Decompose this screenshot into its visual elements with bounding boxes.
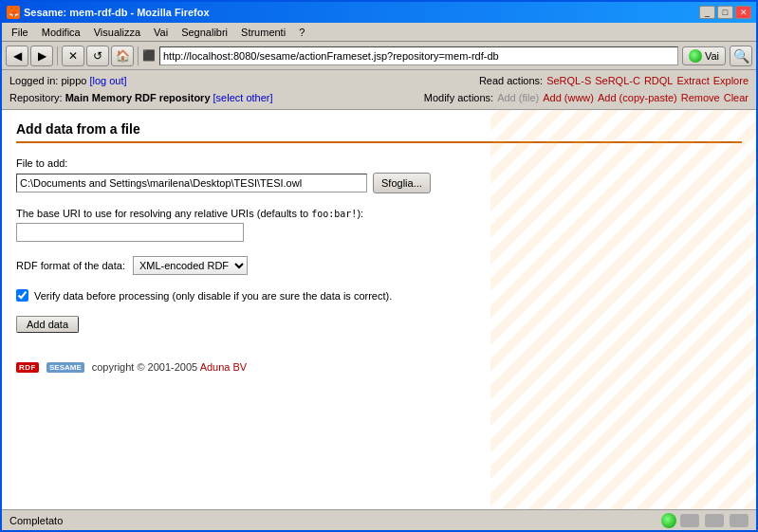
address-bar: ⬛ Vai 🔍: [142, 46, 752, 66]
extract-link[interactable]: Extract: [676, 73, 709, 90]
remove-link[interactable]: Remove: [681, 90, 720, 107]
stop-button[interactable]: ✕: [62, 46, 84, 66]
vai-button[interactable]: Vai: [682, 46, 726, 65]
browser-icon: 🦊: [7, 6, 20, 19]
menu-bar: File Modifica Visualizza Vai Segnalibri …: [2, 23, 756, 42]
uri-input[interactable]: [16, 223, 244, 242]
username: pippo: [61, 75, 89, 86]
status-icons: [661, 513, 749, 528]
rdql-link[interactable]: RDQL: [644, 73, 674, 90]
maximize-button[interactable]: □: [717, 6, 733, 19]
window-controls: _ □ ✕: [699, 6, 751, 19]
security-icon: [680, 514, 699, 527]
add-copypaste-link[interactable]: Add (copy-paste): [598, 90, 677, 107]
rdf-format-label: RDF format of the data:: [16, 260, 125, 271]
logged-in-label: Logged in:: [9, 75, 58, 86]
minimize-button[interactable]: _: [699, 6, 715, 19]
connection-icon: [661, 513, 676, 528]
back-button[interactable]: ◀: [6, 46, 28, 66]
uri-group: The base URI to use for resolving any re…: [16, 208, 742, 242]
browser-window: 🦊 Sesame: mem-rdf-db - Mozilla Firefox _…: [0, 0, 758, 532]
modify-actions-row: Modify actions: Add (file) Add (www) Add…: [424, 90, 749, 107]
rdf-format-group: RDF format of the data: XML-encoded RDF …: [16, 256, 742, 275]
uri-desc-1: The base URI to use for resolving any re…: [16, 208, 311, 219]
clear-link[interactable]: Clear: [724, 90, 749, 107]
browse-button[interactable]: Sfoglia...: [373, 173, 431, 193]
close-button[interactable]: ✕: [735, 6, 751, 19]
menu-file[interactable]: File: [6, 26, 34, 39]
serqls-link[interactable]: SeRQL-S: [546, 73, 591, 90]
menu-vai[interactable]: Vai: [148, 26, 174, 39]
title-bar: 🦊 Sesame: mem-rdf-db - Mozilla Firefox _…: [2, 2, 756, 23]
sesame-logo: SESAME: [46, 362, 84, 373]
go-icon-button[interactable]: 🔍: [730, 46, 752, 66]
read-actions-label: Read actions:: [479, 73, 543, 90]
menu-strumenti[interactable]: Strumenti: [235, 26, 291, 39]
forward-button[interactable]: ▶: [30, 46, 53, 66]
menu-modifica[interactable]: Modifica: [36, 26, 86, 39]
file-group: File to add: Sfoglia...: [16, 157, 742, 193]
info-left: Logged in: pippo [log out] Repository: M…: [9, 73, 273, 106]
logout-link[interactable]: [log out]: [89, 75, 126, 86]
file-label: File to add:: [16, 157, 742, 169]
menu-help[interactable]: ?: [293, 26, 310, 39]
toolbar-sep1: [57, 46, 58, 65]
home-button[interactable]: 🏠: [111, 46, 134, 66]
add-www-link[interactable]: Add (www): [543, 90, 594, 107]
verify-label: Verify data before processing (only disa…: [34, 290, 392, 302]
vai-icon: [689, 49, 702, 63]
verify-checkbox[interactable]: [16, 289, 28, 302]
add-file-link[interactable]: Add (file): [497, 90, 539, 107]
status-text: Completato: [9, 515, 63, 526]
repository-label: Repository:: [9, 92, 65, 103]
read-actions-row: Read actions: SeRQL-S SeRQL-C RDQL Extra…: [424, 73, 749, 90]
explore-link[interactable]: Explore: [713, 73, 749, 90]
main-content: Add data from a file File to add: Sfogli…: [2, 110, 756, 509]
window-title: Sesame: mem-rdf-db - Mozilla Firefox: [24, 7, 210, 18]
file-input[interactable]: [16, 174, 367, 193]
select-other-link[interactable]: [select other]: [213, 92, 273, 103]
page-title: Add data from a file: [16, 121, 742, 143]
menu-visualizza[interactable]: Visualizza: [88, 26, 146, 39]
address-label: ⬛: [142, 49, 156, 62]
footer: RDF SESAME copyright © 2001-2005 Aduna B…: [16, 361, 742, 373]
toolbar-sep2: [138, 46, 139, 65]
copyright-text: copyright © 2001-2005 Aduna BV: [92, 361, 247, 373]
rdf-format-select[interactable]: XML-encoded RDF N-Triples Turtle N3 TriX…: [133, 256, 248, 275]
uri-desc-2: ):: [357, 208, 363, 219]
rdf-logo: RDF: [16, 362, 39, 373]
uri-placeholder-code: foo:bar!: [311, 209, 357, 219]
update-icon: [730, 514, 749, 527]
status-bar: Completato: [2, 509, 756, 530]
add-data-button[interactable]: Add data: [16, 316, 79, 333]
uri-description: The base URI to use for resolving any re…: [16, 208, 742, 219]
address-input[interactable]: [159, 46, 678, 65]
info-right: Read actions: SeRQL-S SeRQL-C RDQL Extra…: [424, 73, 749, 106]
verify-group: Verify data before processing (only disa…: [16, 289, 742, 302]
download-icon: [705, 514, 724, 527]
reload-button[interactable]: ↺: [86, 46, 109, 66]
file-row: Sfoglia...: [16, 173, 742, 193]
menu-segnalibri[interactable]: Segnalibri: [176, 26, 233, 39]
info-bar: Logged in: pippo [log out] Repository: M…: [2, 70, 756, 110]
aduna-link[interactable]: Aduna BV: [200, 361, 248, 373]
toolbar: ◀ ▶ ✕ ↺ 🏠 ⬛ Vai 🔍: [2, 42, 756, 70]
repository-name: Main Memory RDF repository: [65, 92, 213, 103]
modify-actions-label: Modify actions:: [424, 90, 493, 107]
serqlc-link[interactable]: SeRQL-C: [595, 73, 640, 90]
